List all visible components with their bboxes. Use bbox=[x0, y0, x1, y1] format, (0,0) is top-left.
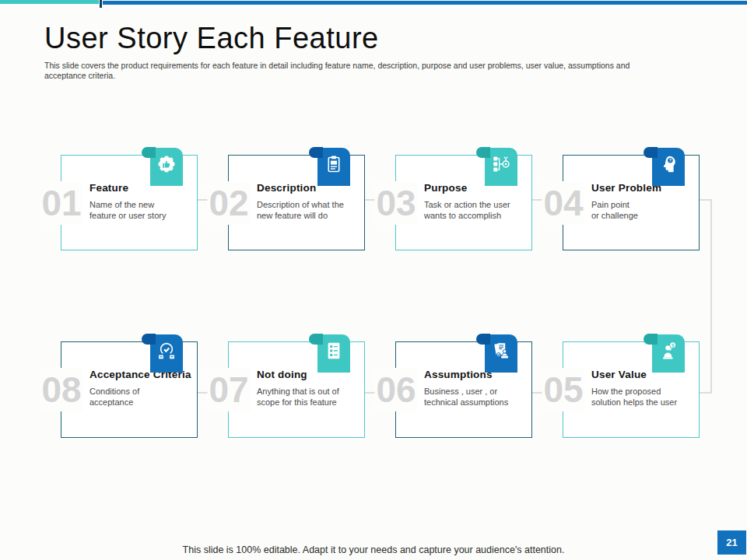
slide-title: User Story Each Feature bbox=[44, 22, 379, 55]
card-number: 04 bbox=[542, 181, 584, 225]
document-stamp-icon bbox=[491, 341, 511, 361]
bookmark-tab bbox=[150, 334, 183, 373]
bookmark-tab bbox=[485, 334, 517, 373]
card-not-doing: 07 Not doing Anything that is out of sco… bbox=[228, 341, 365, 438]
card-description: 02 Description Description of what the n… bbox=[228, 155, 365, 250]
card-acceptance-criteria: 08 Acceptance Criteria Conditions of acc… bbox=[61, 341, 198, 438]
bookmark-tab bbox=[317, 334, 350, 373]
head-question-icon: ? bbox=[658, 154, 679, 174]
bookmark-tab: $ bbox=[652, 334, 685, 373]
card-feature: 01 Feature Name of the new feature or us… bbox=[61, 155, 198, 250]
card-number: 05 bbox=[542, 368, 584, 411]
card-number: 02 bbox=[207, 181, 250, 225]
clipboard-icon bbox=[324, 154, 344, 174]
badge-thumbs-up-icon bbox=[156, 154, 177, 174]
topbar-teal-accent bbox=[0, 0, 99, 4]
person-value-icon: $ bbox=[658, 341, 679, 361]
card-desc: Task or action the user wants to accompl… bbox=[424, 200, 528, 221]
card-purpose: 03 Purpose Task or action the user wants… bbox=[395, 155, 532, 250]
card-number: 01 bbox=[40, 181, 82, 225]
bookmark-tab bbox=[485, 148, 517, 186]
svg-text:$: $ bbox=[672, 343, 674, 348]
card-number: 07 bbox=[207, 368, 250, 411]
bookmark-tab bbox=[150, 148, 183, 186]
card-desc: How the proposed solution helps the user bbox=[591, 387, 696, 408]
card-number: 06 bbox=[374, 368, 417, 411]
slide: User Story Each Feature This slide cover… bbox=[0, 0, 747, 560]
topbar-tick bbox=[100, 0, 102, 8]
card-user-value: 05 $ User Value How the proposed solutio… bbox=[563, 341, 700, 438]
checklist-icon bbox=[324, 341, 344, 361]
card-desc: Business , user , or technical assumptio… bbox=[424, 387, 528, 408]
bookmark-tab bbox=[317, 148, 350, 186]
gauge-check-icon bbox=[156, 341, 177, 361]
topbar-blue-accent bbox=[103, 1, 747, 5]
card-desc: Pain point or challenge bbox=[591, 200, 696, 221]
card-number: 08 bbox=[40, 368, 82, 411]
workflow-target-icon bbox=[491, 154, 511, 174]
connector bbox=[700, 392, 712, 394]
card-user-problem: 04 ? User Problem Pain point or challeng… bbox=[563, 155, 700, 250]
card-number: 03 bbox=[374, 181, 417, 225]
bookmark-tab: ? bbox=[652, 148, 685, 186]
footer-note: This slide is 100% editable. Adapt it to… bbox=[0, 544, 747, 555]
slide-subtitle: This slide covers the product requiremen… bbox=[44, 61, 667, 81]
page-number-badge: 21 bbox=[717, 530, 746, 555]
card-assumptions: 06 Assumptions Business , user , or tech… bbox=[395, 341, 532, 438]
card-desc: Name of the new feature or user story bbox=[89, 200, 194, 221]
card-desc: Description of what the new feature will… bbox=[257, 200, 361, 221]
svg-text:?: ? bbox=[669, 158, 672, 163]
connector bbox=[710, 199, 712, 394]
card-desc: Conditions of acceptance bbox=[89, 387, 194, 408]
card-desc: Anything that is out of scope for this f… bbox=[257, 387, 361, 408]
